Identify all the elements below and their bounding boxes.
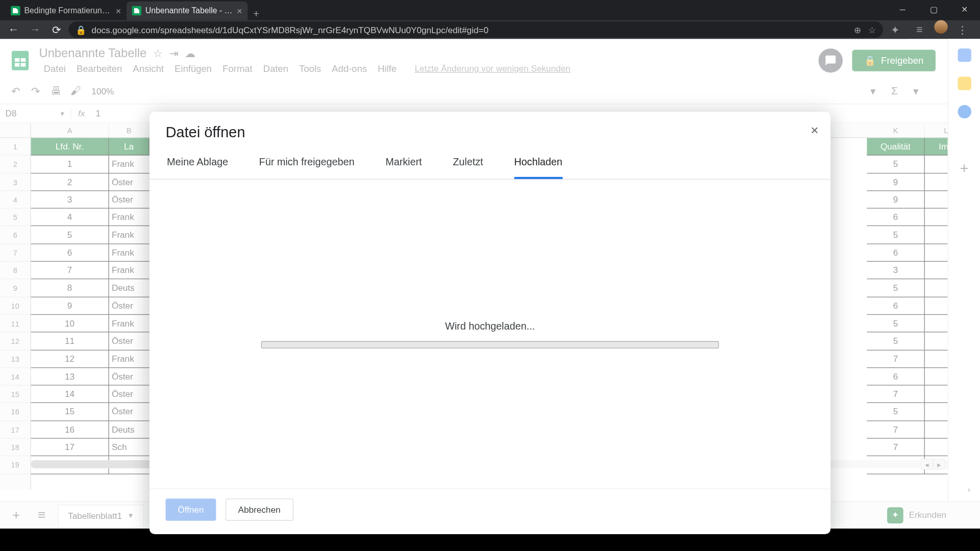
forward-icon[interactable]: → — [26, 20, 44, 39]
tab-title: Bedingte Formatierung - Google — [24, 6, 111, 15]
lock-icon: 🔒 — [76, 24, 86, 35]
address-bar[interactable]: 🔒 docs.google.com/spreadsheets/d/1dUqCxt… — [69, 21, 884, 38]
maximize-button[interactable]: ▢ — [918, 0, 949, 19]
dialog-title: Datei öffnen — [165, 124, 814, 141]
chrome-menu-icon[interactable]: ⋮ — [953, 20, 972, 39]
new-tab-button[interactable]: + — [248, 8, 264, 20]
dialog-tab-4[interactable]: Hochladen — [514, 156, 562, 179]
cancel-button[interactable]: Abbrechen — [225, 498, 293, 521]
dialog-tab-2[interactable]: Markiert — [385, 156, 422, 179]
star-icon[interactable]: ☆ — [868, 24, 876, 35]
dialog-tab-1[interactable]: Für mich freigegeben — [259, 156, 355, 179]
profile-avatar[interactable] — [934, 20, 947, 34]
browser-tab-1[interactable]: Unbenannte Tabelle - Google Ta × — [127, 2, 248, 20]
url-text: docs.google.com/spreadsheets/d/1dUqCxtYS… — [91, 24, 488, 35]
sheets-favicon — [11, 6, 20, 15]
reload-icon[interactable]: ⟳ — [47, 20, 66, 39]
open-file-dialog: × Datei öffnen Meine AblageFür mich frei… — [150, 112, 831, 534]
upload-status-text: Wird hochgeladen... — [445, 320, 535, 331]
browser-chrome: Bedingte Formatierung - Google × Unbenan… — [0, 0, 980, 39]
dialog-tab-3[interactable]: Zuletzt — [453, 156, 483, 179]
zoom-icon[interactable]: ⊕ — [854, 24, 862, 35]
dialog-tab-0[interactable]: Meine Ablage — [167, 156, 228, 179]
tab-close-icon[interactable]: × — [116, 6, 121, 16]
close-window-button[interactable]: ✕ — [949, 0, 980, 19]
open-button[interactable]: Öffnen — [165, 498, 216, 521]
browser-tab-0[interactable]: Bedingte Formatierung - Google × — [6, 2, 127, 20]
back-icon[interactable]: ← — [4, 20, 23, 39]
reading-list-icon[interactable]: ≡ — [910, 20, 929, 39]
sheets-favicon — [132, 6, 141, 15]
close-dialog-button[interactable]: × — [811, 122, 818, 138]
extensions-icon[interactable]: ✦ — [886, 20, 904, 39]
tab-title: Unbenannte Tabelle - Google Ta — [145, 6, 233, 15]
upload-progress-bar — [261, 341, 719, 348]
tab-close-icon[interactable]: × — [237, 6, 242, 16]
minimize-button[interactable]: ─ — [887, 0, 918, 19]
